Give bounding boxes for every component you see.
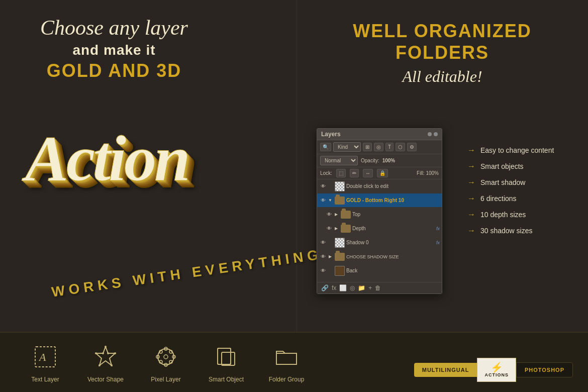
fx-badge-shadow0: fx: [436, 240, 440, 245]
feature-item-6: → 30 shadow sizes: [467, 226, 578, 235]
layer-row-back[interactable]: 👁 Back: [317, 264, 442, 278]
layer-icon-3[interactable]: T: [385, 143, 394, 151]
link-icon[interactable]: 🔗: [321, 284, 329, 291]
expand-5: [327, 240, 333, 246]
eye-icon-6[interactable]: 👁: [319, 253, 327, 261]
layer-icon-1[interactable]: ⊞: [363, 143, 372, 151]
layer-row-shadow-size[interactable]: 👁 ▶ CHOOSE SHADOW SIZE: [317, 250, 442, 264]
action-3d-text: Action: [25, 126, 188, 191]
svg-text:A: A: [38, 351, 46, 363]
svg-point-7: [99, 364, 101, 366]
folder-group-icon: [274, 344, 299, 369]
features-list: → Easy to change content → Smart objects…: [467, 146, 578, 242]
bottom-icon-pixel-layer: Pixel Layer: [136, 342, 196, 383]
feature-text-2: Smart objects: [480, 162, 524, 170]
works-text: WORKS WITH EVERYTHING: [50, 246, 323, 300]
circle-icon[interactable]: ◎: [350, 284, 355, 291]
eye-icon-2[interactable]: 👁: [319, 197, 327, 205]
folder-group-icon-box: [271, 342, 302, 372]
right-subtitle: All editable!: [307, 67, 578, 86]
layers-blend: Normal Opacity: 100%: [317, 154, 442, 167]
bottom-icon-folder-group: Folder Group: [256, 342, 317, 383]
layers-panel: Layers 🔍 Kind ⊞ ◎ T ⬡ ⚙ Normal Opacity: …: [317, 128, 442, 294]
arrow-icon-3: →: [467, 178, 475, 187]
search-icon[interactable]: 🔍: [320, 143, 331, 151]
layer-row-depth[interactable]: 👁 ▶ Depth fx: [317, 222, 442, 236]
svg-rect-22: [218, 348, 231, 364]
ctrl-dot-2: [434, 132, 438, 136]
layers-bottom-bar: 🔗 fx ⬜ ◎ 📁 + 🗑: [317, 282, 442, 293]
layers-controls: [428, 132, 438, 136]
fx-icon[interactable]: fx: [332, 284, 336, 291]
folder-icon[interactable]: 📁: [358, 284, 365, 291]
layer-row-top[interactable]: 👁 ▶ Top: [317, 208, 442, 222]
lock-icon-4[interactable]: 🔒: [377, 169, 388, 177]
svg-point-6: [111, 364, 113, 366]
expand-4[interactable]: ▶: [333, 226, 339, 232]
bottom-icon-smart-object: Smart Object: [196, 342, 256, 383]
layer-thumb-1: [335, 181, 345, 191]
eye-icon-7[interactable]: 👁: [319, 267, 327, 275]
layer-icon-5[interactable]: ⚙: [407, 143, 417, 151]
layer-name-depth: Depth: [352, 226, 434, 231]
layer-icon-4[interactable]: ⬡: [396, 143, 405, 151]
feature-text-4: 6 directions: [480, 194, 517, 203]
eye-icon-3[interactable]: 👁: [325, 211, 333, 219]
right-headline: WELL ORGANIZED FOLDERS All editable!: [307, 20, 578, 86]
layer-row-gold[interactable]: 👁 ▼ GOLD - Bottom Right 10: [317, 193, 442, 208]
ctrl-dot-1: [428, 132, 432, 136]
smart-object-label: Smart Object: [209, 376, 244, 383]
fill-label: Fill: 100%: [417, 170, 439, 176]
photoshop-badge: PHOTOSHOP: [516, 362, 573, 377]
lock-icon-2[interactable]: ✏: [350, 169, 359, 177]
headline-script: Choose any layer: [40, 15, 188, 40]
text-layer-icon: A: [33, 344, 58, 369]
layers-titlebar: Layers: [317, 129, 442, 140]
layers-toolbar: 🔍 Kind ⊞ ◎ T ⬡ ⚙: [317, 140, 442, 154]
layers-title: Layers: [321, 131, 341, 138]
smart-object-icon-box: [211, 342, 241, 372]
feature-item-5: → 10 depth sizes: [467, 210, 578, 219]
eye-icon-5[interactable]: 👁: [319, 239, 327, 247]
trash-icon[interactable]: 🗑: [375, 284, 381, 291]
headline: Choose any layer and make it GOLD AND 3D: [40, 15, 188, 81]
eye-icon-4[interactable]: 👁: [325, 225, 333, 233]
layer-name-back: Back: [346, 268, 440, 273]
blend-mode-select[interactable]: Normal: [320, 156, 358, 165]
svg-point-19: [164, 355, 168, 359]
kind-select[interactable]: Kind: [333, 142, 361, 152]
opacity-value: 100%: [382, 158, 396, 163]
smart-object-icon: [214, 344, 239, 369]
pixel-layer-icon: [153, 344, 178, 369]
bottom-icon-vector-shape: Vector Shape: [75, 342, 136, 383]
layer-row-double-click[interactable]: 👁 Double click to edit: [317, 179, 442, 193]
eye-icon-1[interactable]: 👁: [319, 182, 327, 190]
expand-3[interactable]: ▶: [333, 212, 339, 218]
arrow-icon-5: →: [467, 210, 475, 219]
mask-icon[interactable]: ⬜: [339, 284, 347, 291]
add-icon[interactable]: +: [368, 284, 372, 291]
layer-icon-2[interactable]: ◎: [374, 143, 383, 151]
layer-name-shadow0: Shadow 0: [346, 240, 434, 245]
lock-label: Lock:: [320, 170, 332, 176]
expand-2[interactable]: ▼: [327, 198, 333, 204]
bottom-bar: A Text Layer Vector Shape: [0, 332, 588, 392]
lock-icon-1[interactable]: ⬚: [336, 169, 346, 177]
expand-1: [327, 183, 333, 189]
fill-value: 100%: [426, 170, 439, 176]
svg-marker-2: [96, 347, 115, 365]
folder-thumb-3: [341, 211, 351, 219]
fx-badge-depth: fx: [436, 226, 440, 231]
svg-rect-20: [218, 348, 231, 364]
folder-thumb-4: [341, 225, 351, 233]
opacity-label: Opacity:: [361, 158, 379, 163]
arrow-icon-2: →: [467, 162, 475, 171]
arrow-icon-1: →: [467, 146, 475, 155]
vector-shape-icon: [93, 344, 118, 369]
lock-icon-3[interactable]: ↔: [363, 169, 373, 177]
right-title: WELL ORGANIZED FOLDERS: [307, 20, 578, 63]
actions-text: ACTIONS: [484, 372, 509, 377]
layer-row-shadow0[interactable]: 👁 Shadow 0 fx: [317, 236, 442, 250]
expand-6[interactable]: ▶: [327, 254, 333, 260]
svg-point-3: [105, 346, 107, 348]
